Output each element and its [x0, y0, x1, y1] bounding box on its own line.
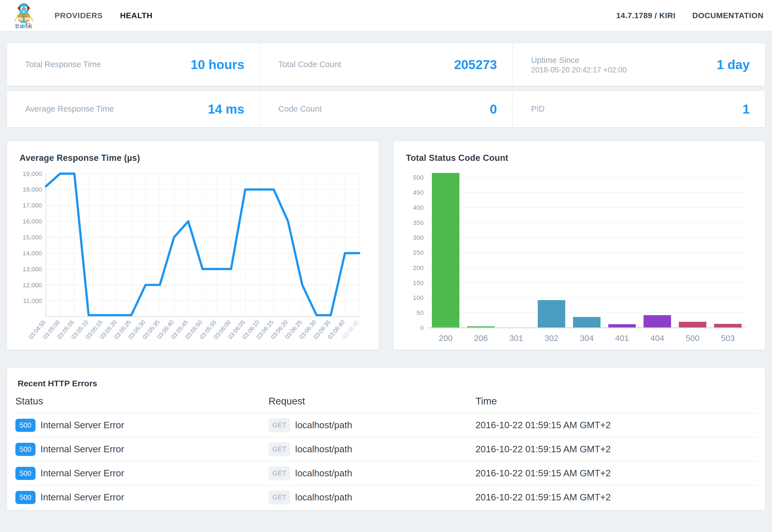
stat-value: 1 day [717, 57, 750, 72]
table-header: Status Request Time [15, 388, 757, 413]
main-content: Total Response Time 10 hours Total Code … [0, 32, 772, 517]
http-method-badge: GET [269, 466, 290, 480]
error-time: 2016-10-22 01:59:15 AM GMT+2 [476, 420, 757, 430]
stat-label: Total Code Count [278, 59, 341, 70]
http-method-badge: GET [269, 490, 290, 504]
svg-text:100: 100 [413, 294, 423, 301]
request-path: localhost/path [295, 420, 352, 430]
stat-label: Code Count [278, 103, 322, 114]
svg-text:401: 401 [615, 333, 629, 343]
stats-row-1: Total Response Time 10 hours Total Code … [7, 43, 765, 86]
stat-label: Total Response Time [25, 59, 101, 70]
svg-text:304: 304 [580, 333, 594, 343]
svg-text:500: 500 [413, 174, 423, 181]
svg-text:500: 500 [686, 333, 700, 343]
svg-text:18,000: 18,000 [23, 186, 42, 193]
svg-text:200: 200 [413, 264, 423, 271]
svg-text:15,000: 15,000 [23, 234, 42, 241]
svg-text:200: 200 [439, 333, 453, 343]
stats-row-2: Average Response Time 14 ms Code Count 0… [7, 91, 765, 127]
top-nav: træfik PROVIDERS HEALTH 14.7.1789 / KIRI… [0, 0, 772, 32]
stat-sublabel: 2018-05-20 20:42:17 +02:00 [531, 66, 627, 74]
line-chart-title: Average Response Time (µs) [20, 153, 366, 163]
status-code-badge: 500 [15, 491, 36, 504]
response-time-chart-card: Average Response Time (µs) 11,00012,0001… [7, 141, 379, 350]
nav-right: 14.7.1789 / KIRI DOCUMENTATION [616, 11, 764, 20]
stat-value: 205273 [454, 57, 497, 72]
status-code-chart-card: Total Status Code Count 0501001502002503… [393, 141, 765, 350]
http-method-badge: GET [269, 442, 290, 456]
version-label: 14.7.1789 / KIRI [616, 11, 675, 20]
stat-value: 10 hours [191, 57, 244, 72]
svg-text:250: 250 [413, 249, 423, 256]
request-path: localhost/path [295, 492, 352, 503]
stat-value: 0 [490, 102, 497, 117]
stat-average-response-time: Average Response Time 14 ms [7, 91, 260, 127]
nav-item-health[interactable]: HEALTH [120, 11, 152, 20]
error-message: Internal Server Error [41, 444, 124, 455]
stat-value: 1 [742, 102, 750, 117]
svg-text:11,000: 11,000 [23, 297, 42, 304]
svg-text:400: 400 [413, 204, 423, 211]
bar-chart-title: Total Status Code Count [406, 153, 752, 163]
http-method-badge: GET [269, 418, 290, 432]
stat-label: Uptime Since [531, 55, 627, 66]
response-time-line-chart: 11,00012,00013,00014,00015,00016,00017,0… [20, 166, 366, 349]
svg-text:50: 50 [416, 309, 423, 316]
svg-text:300: 300 [413, 234, 423, 241]
error-message: Internal Server Error [41, 420, 124, 430]
table-row: 500 Internal Server Error GET localhost/… [15, 413, 757, 437]
table-row: 500 Internal Server Error GET localhost/… [15, 461, 757, 485]
traefik-gopher-icon [12, 1, 35, 24]
request-path: localhost/path [295, 468, 352, 479]
stat-label: PID [531, 103, 545, 114]
svg-text:302: 302 [545, 333, 559, 343]
stat-label: Average Response Time [25, 103, 114, 114]
column-request: Request [269, 396, 476, 407]
stat-code-count: Code Count 0 [260, 91, 512, 127]
svg-text:301: 301 [509, 333, 523, 343]
stat-total-code-count: Total Code Count 205273 [260, 43, 512, 86]
svg-text:12,000: 12,000 [23, 281, 42, 289]
svg-text:350: 350 [413, 219, 423, 226]
charts-row: Average Response Time (µs) 11,00012,0001… [7, 141, 765, 350]
status-code-bar-chart: 0501001502002503003504004505002002063013… [406, 166, 752, 349]
svg-text:0: 0 [420, 324, 424, 331]
svg-text:16,000: 16,000 [23, 218, 42, 225]
nav-item-documentation[interactable]: DOCUMENTATION [692, 11, 764, 20]
status-code-badge: 500 [15, 467, 36, 480]
request-path: localhost/path [295, 444, 352, 455]
svg-text:19,000: 19,000 [23, 170, 42, 177]
svg-text:13,000: 13,000 [23, 265, 42, 273]
table-title: Recent HTTP Errors [15, 379, 757, 388]
table-row: 500 Internal Server Error GET localhost/… [15, 485, 757, 509]
svg-text:150: 150 [413, 279, 423, 286]
brand-wordmark: træfik [15, 22, 32, 30]
svg-text:450: 450 [413, 189, 423, 196]
svg-text:404: 404 [650, 333, 664, 343]
svg-text:503: 503 [721, 333, 735, 343]
nav-item-providers[interactable]: PROVIDERS [55, 11, 103, 20]
stat-uptime-since: Uptime Since 2018-05-20 20:42:17 +02:00 … [512, 43, 765, 86]
svg-text:14,000: 14,000 [23, 249, 42, 257]
table-row: 500 Internal Server Error GET localhost/… [15, 437, 757, 461]
error-message: Internal Server Error [41, 492, 124, 503]
svg-text:206: 206 [474, 333, 488, 343]
error-message: Internal Server Error [41, 468, 124, 479]
nav-links: PROVIDERS HEALTH [55, 11, 152, 20]
status-code-badge: 500 [15, 419, 36, 432]
stat-value: 14 ms [208, 102, 244, 117]
svg-text:17,000: 17,000 [23, 202, 42, 209]
status-code-badge: 500 [15, 443, 36, 456]
stat-pid: PID 1 [512, 91, 765, 127]
error-time: 2016-10-22 01:59:15 AM GMT+2 [476, 444, 757, 455]
column-time: Time [476, 396, 757, 407]
error-time: 2016-10-22 01:59:15 AM GMT+2 [476, 468, 757, 479]
recent-http-errors-card: Recent HTTP Errors Status Request Time 5… [7, 368, 765, 510]
error-time: 2016-10-22 01:59:15 AM GMT+2 [476, 492, 757, 503]
column-status: Status [15, 396, 269, 407]
stat-total-response-time: Total Response Time 10 hours [7, 43, 260, 86]
traefik-logo[interactable]: træfik [8, 1, 39, 30]
